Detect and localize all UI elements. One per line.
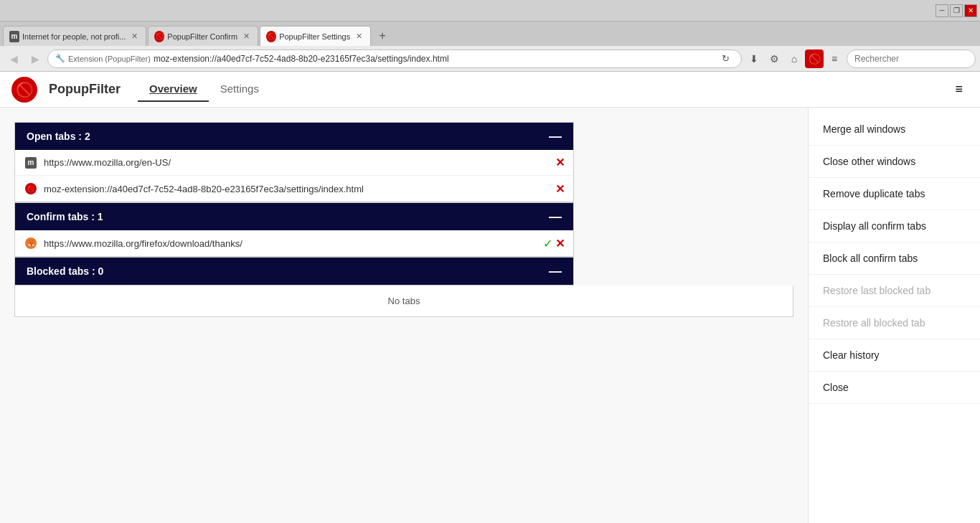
menu-restore-all-blocked[interactable]: Restore all blocked tab	[809, 307, 980, 339]
open-tab-close-2[interactable]: ✕	[555, 182, 565, 196]
confirm-tab-url-1: https://www.mozilla.org/firefox/download…	[44, 238, 537, 249]
minimize-button[interactable]: ─	[936, 4, 948, 17]
tab-close-2[interactable]: ✕	[240, 31, 252, 42]
open-tabs-section: Open tabs : 2 — m https://www.mozilla.or…	[14, 122, 574, 202]
favicon-pf-row2: 🚫	[25, 183, 37, 194]
main-content: Open tabs : 2 — m https://www.mozilla.or…	[0, 108, 808, 523]
menu-close[interactable]: Close	[809, 372, 980, 404]
open-tab-actions-1: ✕	[555, 156, 565, 169]
nav-tabs: Overview Settings	[138, 77, 270, 102]
search-input[interactable]	[847, 50, 976, 68]
restore-button[interactable]: ❐	[950, 4, 963, 17]
home-icon[interactable]: ⌂	[785, 50, 804, 68]
open-tab-favicon-1: m	[24, 156, 38, 170]
confirm-tab-favicon-1: 🦊	[24, 236, 38, 250]
confirm-tabs-collapse[interactable]: —	[549, 210, 562, 223]
sidebar-menu: Merge all windows Close other windows Re…	[808, 108, 980, 523]
blocked-tabs-section: Blocked tabs : 0 —	[14, 257, 574, 286]
confirm-tab-close-1[interactable]: ✕	[555, 237, 565, 250]
header-menu-button[interactable]: ≡	[949, 79, 969, 100]
tab-favicon-2: 🚫	[154, 32, 164, 42]
tab-settings[interactable]: Settings	[209, 77, 270, 102]
menu-remove-duplicate[interactable]: Remove duplicate tabs	[809, 178, 980, 210]
menu-merge-windows[interactable]: Merge all windows	[809, 113, 980, 146]
settings-icon[interactable]: ⚙	[765, 50, 783, 68]
open-tab-favicon-2: 🚫	[24, 182, 38, 196]
open-tabs-label: Open tabs : 2	[27, 131, 90, 142]
app-title: PopupFilter	[49, 82, 121, 97]
popup-filter-toolbar-icon[interactable]: 🚫	[805, 50, 824, 68]
menu-close-other-windows[interactable]: Close other windows	[809, 146, 980, 178]
confirm-tabs-label: Confirm tabs : 1	[27, 211, 103, 222]
logo-icon: 🚫	[11, 77, 37, 103]
no-tabs-message: No tabs	[14, 286, 793, 317]
new-tab-button[interactable]: +	[372, 26, 392, 46]
favicon-m-icon: m	[9, 31, 19, 42]
tab-overview[interactable]: Overview	[138, 77, 209, 102]
tab-favicon-3: 🚫	[266, 32, 276, 42]
extension-label: Extension (PopupFilter)	[68, 55, 151, 63]
open-tabs-collapse[interactable]: —	[549, 130, 562, 143]
open-tab-url-2: moz-extension://a40ed7cf-7c52-4ad8-8b20-…	[44, 184, 550, 194]
menu-display-confirm[interactable]: Display all confirm tabs	[809, 210, 980, 242]
browser-tab-2[interactable]: 🚫 PopupFilter Confirm ✕	[148, 26, 258, 46]
open-tab-url-1: https://www.mozilla.org/en-US/	[44, 157, 550, 168]
close-button[interactable]: ✕	[964, 4, 977, 17]
tab-close-1[interactable]: ✕	[128, 31, 140, 42]
open-tab-close-1[interactable]: ✕	[555, 156, 565, 169]
favicon-pf-icon-3: 🚫	[266, 31, 276, 42]
open-tab-row-1: m https://www.mozilla.org/en-US/ ✕	[15, 150, 573, 176]
open-tab-actions-2: ✕	[555, 182, 565, 196]
blocked-tabs-label: Blocked tabs : 0	[27, 265, 103, 277]
menu-clear-history[interactable]: Clear history	[809, 339, 980, 372]
toolbar-icons: ⬇ ⚙ ⌂ 🚫 ≡	[745, 50, 844, 68]
page-wrapper: Open tabs : 2 — m https://www.mozilla.or…	[0, 108, 980, 523]
menu-restore-last-blocked[interactable]: Restore last blocked tab	[809, 275, 980, 307]
confirm-tabs-section: Confirm tabs : 1 — 🦊 https://www.mozilla…	[14, 202, 574, 257]
tab-title-1: Internet for people, not profi...	[22, 32, 126, 41]
browser-tab-1[interactable]: m Internet for people, not profi... ✕	[3, 26, 146, 46]
title-bar: ─ ❐ ✕	[0, 0, 980, 22]
extension-icon: 🔧	[55, 54, 65, 63]
tab-bar: m Internet for people, not profi... ✕ 🚫 …	[0, 22, 980, 46]
url-bar[interactable]: 🔧 Extension (PopupFilter) moz-extension:…	[47, 50, 742, 68]
open-tabs-header: Open tabs : 2 —	[15, 123, 573, 150]
title-bar-controls: ─ ❐ ✕	[936, 4, 977, 17]
confirm-tab-check-1[interactable]: ✓	[543, 237, 552, 250]
confirm-tab-actions-1: ✓ ✕	[543, 237, 565, 250]
back-button[interactable]: ◀	[4, 50, 23, 68]
tab-close-3[interactable]: ✕	[353, 31, 364, 42]
page-header: 🚫 PopupFilter Overview Settings ≡	[0, 72, 980, 108]
menu-icon[interactable]: ≡	[825, 50, 844, 68]
blocked-tabs-header: Blocked tabs : 0 —	[15, 258, 573, 285]
address-bar: ◀ ▶ 🔧 Extension (PopupFilter) moz-extens…	[0, 46, 980, 72]
confirm-tab-row-1: 🦊 https://www.mozilla.org/firefox/downlo…	[15, 230, 573, 256]
menu-block-confirm[interactable]: Block all confirm tabs	[809, 242, 980, 275]
url-text: moz-extension://a40ed7cf-7c52-4ad8-8b20-…	[154, 54, 714, 64]
forward-button[interactable]: ▶	[26, 50, 44, 68]
favicon-pf-icon-2: 🚫	[154, 31, 164, 42]
tab-favicon-1: m	[9, 32, 19, 42]
tab-title-2: PopupFilter Confirm	[167, 32, 237, 41]
download-icon[interactable]: ⬇	[745, 50, 763, 68]
favicon-m-row1: m	[25, 157, 37, 169]
refresh-button[interactable]: ↻	[717, 50, 734, 67]
blocked-tabs-collapse[interactable]: —	[549, 265, 562, 278]
open-tab-row-2: 🚫 moz-extension://a40ed7cf-7c52-4ad8-8b2…	[15, 176, 573, 202]
confirm-tabs-header: Confirm tabs : 1 —	[15, 203, 573, 230]
browser-tab-3[interactable]: 🚫 PopupFilter Settings ✕	[260, 26, 371, 46]
tab-title-3: PopupFilter Settings	[279, 32, 350, 41]
favicon-ff-row1: 🦊	[25, 237, 37, 249]
